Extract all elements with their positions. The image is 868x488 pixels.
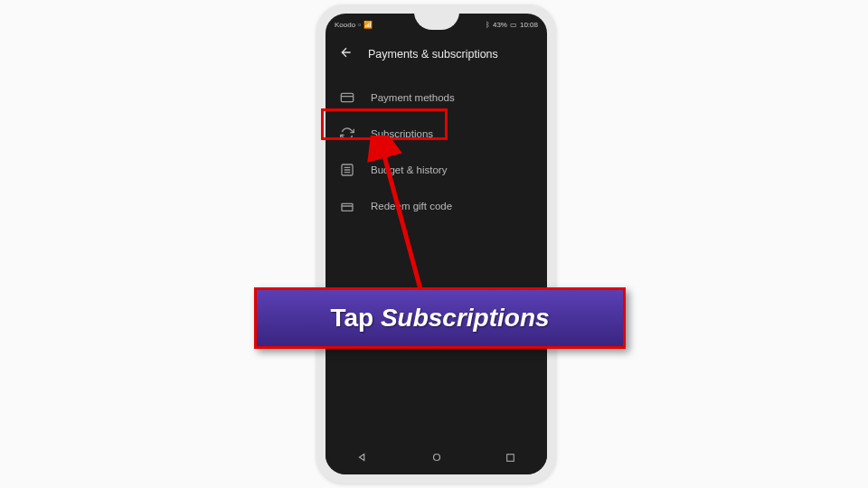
menu-item-payment-methods[interactable]: Payment methods [326, 80, 547, 116]
phone-screen: Koodo ▫ 📶 ᛒ 43% ▭ 10:08 Payments & subsc… [326, 14, 547, 474]
menu-label: Payment methods [371, 92, 455, 103]
annotation-callout: Tap Subscriptions [254, 287, 626, 349]
svg-rect-8 [507, 455, 514, 462]
nav-recent-icon[interactable] [505, 451, 516, 467]
clock-label: 10:08 [520, 21, 538, 29]
menu-label: Redeem gift code [371, 201, 452, 211]
svg-point-7 [434, 455, 440, 461]
menu-item-budget-history[interactable]: Budget & history [326, 152, 547, 188]
screen-header: Payments & subscriptions [326, 33, 547, 80]
sync-icon [340, 127, 354, 141]
menu-item-redeem-gift[interactable]: Redeem gift code [326, 188, 547, 224]
card-icon [340, 90, 354, 105]
page-title: Payments & subscriptions [368, 48, 498, 61]
nav-back-icon[interactable] [356, 451, 369, 467]
phone-frame: Koodo ▫ 📶 ᛒ 43% ▭ 10:08 Payments & subsc… [316, 5, 556, 483]
wifi-icon: 📶 [363, 21, 373, 29]
svg-rect-6 [342, 203, 353, 211]
battery-label: 43% [493, 21, 507, 29]
battery-icon: ▭ [510, 21, 517, 29]
android-nav-bar [326, 444, 547, 474]
svg-rect-0 [341, 93, 353, 101]
list-icon [340, 163, 354, 177]
signal-icon: ▫ [358, 21, 361, 29]
carrier-label: Koodo [335, 21, 355, 29]
nav-home-icon[interactable] [430, 451, 443, 467]
callout-prefix: Tap [330, 304, 380, 332]
callout-emphasis: Subscriptions [381, 304, 550, 332]
menu-label: Subscriptions [371, 128, 433, 139]
back-arrow-icon[interactable] [339, 45, 354, 63]
bluetooth-icon: ᛒ [486, 21, 490, 29]
menu-label: Budget & history [371, 164, 447, 175]
callout-text: Tap Subscriptions [330, 304, 549, 333]
gift-icon [340, 199, 354, 213]
menu-item-subscriptions[interactable]: Subscriptions [326, 116, 547, 152]
